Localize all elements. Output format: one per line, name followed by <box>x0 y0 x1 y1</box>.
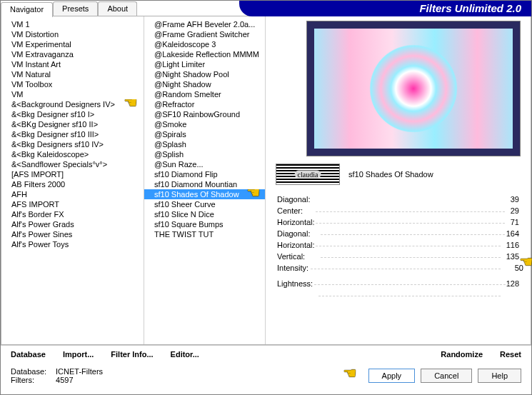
list-item[interactable]: @Light Limiter <box>144 59 265 69</box>
list-item[interactable]: sf10 Diamond Mountian <box>144 179 265 189</box>
list-item[interactable]: @Night Shadow <box>144 79 265 89</box>
list-item[interactable]: sf10 Sheer Curve <box>144 199 265 209</box>
preview-image <box>306 21 521 156</box>
list-item[interactable]: @Lakeside Reflection MMMM <box>144 49 265 59</box>
list-item[interactable]: VM 1 <box>1 19 144 29</box>
list-item[interactable]: VM Toolbox <box>1 79 144 89</box>
list-item[interactable]: sf10 Square Bumps <box>144 219 265 229</box>
list-item[interactable]: VM Extravaganza <box>1 49 144 59</box>
filter-name-label: sf10 Shades Of Shadow <box>348 170 433 179</box>
tab-presets[interactable]: Presets <box>53 1 98 16</box>
param-label: Lightness: <box>277 278 313 289</box>
list-item[interactable]: @Frame Gradient Switcher <box>144 29 265 39</box>
param-value: 39 <box>511 194 519 205</box>
bottom-link-bar: Database Import... Filter Info... Editor… <box>1 345 531 363</box>
list-item[interactable]: &<Bkg Designers sf10 IV> <box>1 139 144 149</box>
status-filters-value: 4597 <box>56 376 73 384</box>
list-item[interactable]: Alf's Border FX <box>1 209 144 219</box>
status-filters-label: Filters: <box>11 376 54 384</box>
param-label: Intensity: <box>277 262 308 278</box>
param-label: Diagonal: <box>277 194 310 205</box>
list-item[interactable]: @Kaleidoscope 3 <box>144 39 265 49</box>
param-label: Vertical: <box>277 251 305 262</box>
reset-link[interactable]: Reset <box>500 350 521 359</box>
param-label: Center: <box>277 205 303 216</box>
hand-pointer-icon <box>246 189 265 199</box>
list-item[interactable]: &<Bkg Designer sf10 III> <box>1 129 144 139</box>
list-item[interactable]: @Random Smelter <box>144 89 265 99</box>
editor-link[interactable]: Editor... <box>171 350 199 359</box>
list-item[interactable]: @Smoke <box>144 119 265 129</box>
parameter-panel: Diagonal:39Center:29Horizontal:71Diagona… <box>276 194 521 289</box>
param-slider[interactable] <box>311 258 501 269</box>
list-item[interactable]: @Frame AFH Beveler 2.0a... <box>144 19 265 29</box>
list-item[interactable]: VM <box>1 89 144 99</box>
list-item[interactable]: sf10 Diamond Flip <box>144 169 265 179</box>
main-area: VM 1VM DistortionVM ExperimentalVM Extra… <box>1 16 531 345</box>
list-item[interactable]: VM Distortion <box>1 29 144 39</box>
filter-list[interactable]: @Frame AFH Beveler 2.0a...@Frame Gradien… <box>144 16 266 344</box>
list-item[interactable]: &<Background Designers IV> <box>1 99 144 109</box>
list-item[interactable]: [AFS IMPORT] <box>1 169 144 179</box>
list-item[interactable]: sf10 Slice N Dice <box>144 209 265 219</box>
title-bar: Filters Unlimited 2.0 <box>239 1 531 16</box>
list-item[interactable]: VM Instant Art <box>1 59 144 69</box>
list-item[interactable]: @Splash <box>144 139 265 149</box>
list-item[interactable]: &<Bkg Designer sf10 I> <box>1 109 144 119</box>
param-value: 164 <box>506 228 519 239</box>
app-title: Filters Unlimited 2.0 <box>419 2 521 14</box>
apply-button[interactable]: Apply <box>368 369 416 383</box>
status-bar: Database: ICNET-Filters Filters: 4597 Ap… <box>1 363 531 386</box>
list-item[interactable]: @SF10 RainbowGround <box>144 109 265 119</box>
list-item[interactable]: Alf's Power Grads <box>1 219 144 229</box>
list-item[interactable]: @Night Shadow Pool <box>144 69 265 79</box>
param-value: 116 <box>506 239 519 251</box>
right-pane: sf10 Shades Of Shadow Diagonal:39Center:… <box>266 16 531 344</box>
list-item[interactable]: sf10 Shades Of Shadow <box>144 189 265 199</box>
param-label: Diagonal: <box>277 228 310 239</box>
help-button[interactable]: Help <box>478 369 521 383</box>
param-slider[interactable] <box>318 285 500 296</box>
list-item[interactable]: @Splish <box>144 149 265 159</box>
param-row[interactable]: Diagonal:39 <box>276 194 521 205</box>
list-item[interactable]: AFS IMPORT <box>1 199 144 209</box>
cancel-button[interactable]: Cancel <box>421 369 472 383</box>
param-value: 29 <box>511 205 519 216</box>
watermark <box>276 164 340 185</box>
hand-pointer-icon <box>124 99 144 109</box>
list-item[interactable]: @Spirals <box>144 129 265 139</box>
list-item[interactable]: THE TWIST TUT <box>144 229 265 239</box>
param-value: 135 <box>506 251 519 262</box>
list-item[interactable]: &<BKg Designer sf10 II> <box>1 119 144 129</box>
category-list[interactable]: VM 1VM DistortionVM ExperimentalVM Extra… <box>1 16 144 344</box>
param-slider[interactable] <box>314 269 509 285</box>
list-item[interactable]: Alf's Power Toys <box>1 239 144 249</box>
param-label: Horizontal: <box>277 239 315 251</box>
list-item[interactable]: VM Experimental <box>1 39 144 49</box>
database-link[interactable]: Database <box>11 350 46 359</box>
list-item[interactable]: &<Sandflower Specials°v°> <box>1 159 144 169</box>
status-database-label: Database: <box>11 367 54 376</box>
list-item[interactable]: VM Natural <box>1 69 144 79</box>
filter-title-row: sf10 Shades Of Shadow <box>276 164 521 185</box>
list-item[interactable]: AFH <box>1 189 144 199</box>
list-item[interactable]: &<Bkg Kaleidoscope> <box>1 149 144 159</box>
param-slider[interactable] <box>321 246 501 258</box>
tab-about[interactable]: About <box>98 1 137 16</box>
tab-navigator[interactable]: Navigator <box>1 2 53 17</box>
filter-info-link[interactable]: Filter Info... <box>111 350 153 359</box>
list-item[interactable]: AB Filters 2000 <box>1 179 144 189</box>
randomize-link[interactable]: Randomize <box>441 350 483 359</box>
import-link[interactable]: Import... <box>63 350 94 359</box>
app-window: Filters Unlimited 2.0 NavigatorPresetsAb… <box>0 0 532 395</box>
param-slider[interactable] <box>316 201 504 212</box>
list-item[interactable]: @Sun Raze... <box>144 159 265 169</box>
param-slider[interactable] <box>321 224 505 235</box>
param-value: 50 <box>515 262 523 278</box>
param-slider[interactable] <box>316 235 500 246</box>
param-value: 71 <box>511 216 519 228</box>
param-slider[interactable] <box>308 212 505 224</box>
status-database-value: ICNET-Filters <box>56 367 103 376</box>
list-item[interactable]: Alf's Power Sines <box>1 229 144 239</box>
list-item[interactable]: @Refractor <box>144 99 265 109</box>
